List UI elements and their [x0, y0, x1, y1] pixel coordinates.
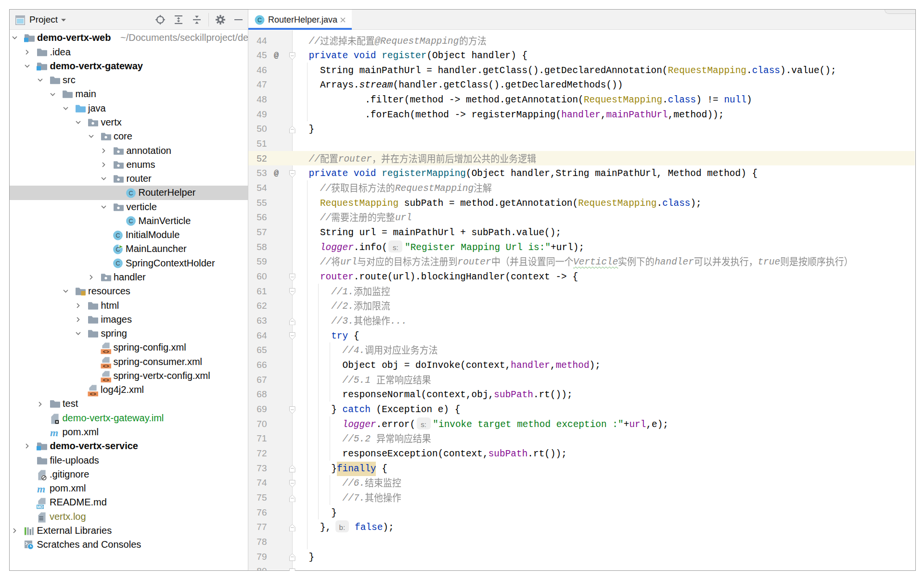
svg-text:C: C: [128, 218, 133, 225]
svg-text:C: C: [116, 260, 120, 267]
svg-text:C: C: [128, 190, 133, 197]
svg-text:m: m: [37, 484, 45, 494]
svg-text:MD: MD: [37, 504, 43, 509]
svg-text:<>: <>: [103, 363, 109, 368]
svg-text:m: m: [50, 428, 58, 438]
svg-text:<>: <>: [103, 349, 109, 354]
svg-text:C: C: [257, 17, 262, 24]
svg-text:C: C: [116, 246, 120, 253]
svg-text:C: C: [116, 232, 120, 239]
svg-text:<>: <>: [103, 377, 109, 382]
svg-text:<>: <>: [90, 391, 97, 397]
